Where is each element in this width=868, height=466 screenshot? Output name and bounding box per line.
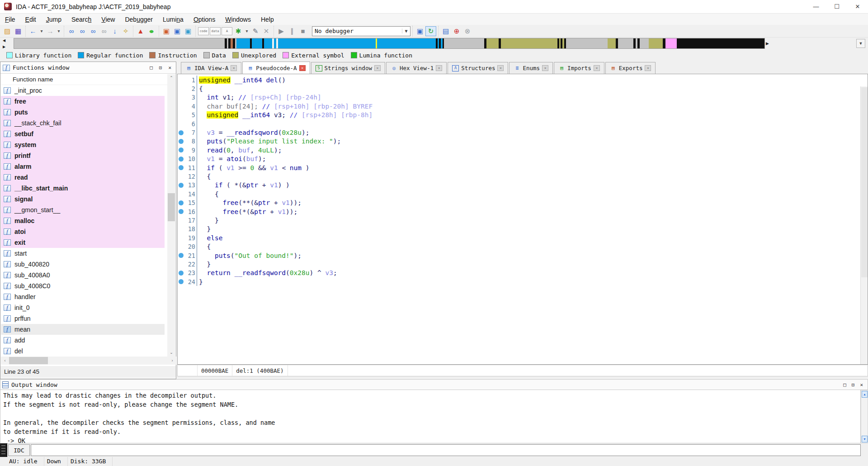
breakpoint-gutter[interactable] <box>178 200 184 205</box>
functions-window-titlebar[interactable]: f Functions window □ ⊡ ✕ <box>0 62 176 74</box>
breakpoint-gutter[interactable] <box>178 253 184 258</box>
forward-dropdown-icon[interactable]: ▾ <box>56 26 62 36</box>
output-scroll-up-icon[interactable]: ▲ <box>862 391 868 398</box>
pseudocode-line-12[interactable]: 12 { <box>178 172 851 181</box>
function-row-sub_4008C0[interactable]: fsub_4008C0 <box>1 281 165 291</box>
function-row-_init_proc[interactable]: f_init_proc <box>1 85 165 96</box>
menu-item-windows[interactable]: Windows <box>220 14 256 24</box>
breakpoint-gutter[interactable] <box>178 130 184 135</box>
tab-close-icon[interactable]: ✕ <box>374 65 381 71</box>
function-dropdown-icon[interactable]: ▾ <box>244 26 250 36</box>
scroll-up-icon[interactable]: ⌃ <box>167 74 175 82</box>
menu-item-edit[interactable]: Edit <box>20 14 41 24</box>
menu-item-debugger[interactable]: Debugger <box>120 14 158 24</box>
function-row-sub_4008A0[interactable]: fsub_4008A0 <box>1 270 165 281</box>
function-row-__stack_chk_fail[interactable]: f__stack_chk_fail <box>1 118 165 128</box>
window-hex-icon[interactable]: ▣ <box>172 26 183 36</box>
pseudocode-line-19[interactable]: 19 else <box>178 233 851 242</box>
pseudocode-line-6[interactable]: 6 <box>178 119 851 128</box>
pseudocode-line-17[interactable]: 17 } <box>178 216 851 224</box>
function-row-del[interactable]: fdel <box>1 346 165 357</box>
function-row-mean[interactable]: fmean <box>1 324 165 335</box>
make-data-icon[interactable]: data <box>210 27 221 35</box>
breakpoint-icon[interactable] <box>179 165 184 170</box>
make-name-icon[interactable]: A <box>222 27 232 35</box>
navigate-forward-icon[interactable]: → <box>45 26 56 36</box>
navband-end-arrow-icon[interactable]: ▶ <box>766 41 769 46</box>
pseudocode-line-1[interactable]: 1unsigned __int64 del() <box>178 76 851 84</box>
ida-app-icon[interactable] <box>4 3 12 10</box>
tab-exports[interactable]: ▤Exports✕ <box>605 62 656 74</box>
functions-maximize-icon[interactable]: □ <box>150 65 153 71</box>
navband-options-dropdown[interactable]: ▼ <box>856 39 865 48</box>
debug-pause-icon[interactable]: ∥ <box>287 26 297 36</box>
breakpoint-icon[interactable] <box>179 157 184 162</box>
tab-close-icon[interactable]: ✕ <box>542 65 548 71</box>
window-disasm-icon[interactable]: ▣ <box>161 26 172 36</box>
tab-close-icon[interactable]: ✕ <box>497 65 504 71</box>
function-row-signal[interactable]: fsignal <box>1 194 165 204</box>
function-row-start[interactable]: fstart <box>1 248 165 259</box>
search-icon[interactable]: ✧ <box>120 26 131 36</box>
pseudocode-vertical-scrollbar[interactable]: ▼ <box>860 86 868 365</box>
breakpoint-gutter[interactable] <box>178 183 184 188</box>
debug-stop-icon[interactable]: ■ <box>297 26 308 36</box>
output-maximize-icon[interactable]: □ <box>843 382 846 388</box>
pseudocode-line-16[interactable]: 16 free(*(&ptr + v1)); <box>178 207 851 216</box>
breakpoint-icon[interactable] <box>179 130 184 135</box>
pseudocode-line-20[interactable]: 20 { <box>178 242 851 251</box>
breakpoint-icon[interactable] <box>179 209 184 214</box>
breakpoint-icon[interactable] <box>179 147 184 152</box>
function-row-free[interactable]: ffree <box>1 96 165 107</box>
function-row-read[interactable]: fread <box>1 172 165 183</box>
idc-command-input[interactable] <box>31 444 861 456</box>
tab-enums[interactable]: ≣Enums✕ <box>509 62 553 74</box>
breakpoint-gutter[interactable] <box>178 271 184 276</box>
breakpoint-icon[interactable] <box>179 183 184 188</box>
tab-hex-view-1[interactable]: ◎Hex View-1✕ <box>386 62 447 74</box>
scroll-left-icon[interactable]: ‹ <box>1 357 9 365</box>
breakpoint-gutter[interactable] <box>178 279 184 284</box>
continue-process-icon[interactable]: ↻ <box>425 26 436 36</box>
output-vertical-scrollbar[interactable]: ▲ ▼ <box>861 390 868 443</box>
menu-item-lumina[interactable]: Lumina <box>158 14 189 24</box>
function-row-init_0[interactable]: finit_0 <box>1 302 165 313</box>
menu-item-view[interactable]: View <box>96 14 120 24</box>
menu-item-file[interactable]: File <box>0 14 20 24</box>
function-name-column-header[interactable]: Function name <box>1 74 167 85</box>
navband-left-icon[interactable]: ◀ <box>3 38 10 43</box>
pseudocode-line-23[interactable]: 23 return __readfsqword(0x28u) ^ v3; <box>178 269 851 277</box>
pseudocode-line-5[interactable]: 5 unsigned __int64 v3; // [rsp+28h] [rbp… <box>178 111 851 119</box>
pseudocode-line-18[interactable]: 18 } <box>178 225 851 233</box>
functions-vscroll-thumb[interactable] <box>168 193 175 221</box>
output-scroll-down-icon[interactable]: ▼ <box>862 436 868 442</box>
save-icon[interactable]: ▦ <box>13 26 24 36</box>
navband-right-icon[interactable]: ▶ <box>3 45 10 49</box>
functions-close-icon[interactable]: ✕ <box>168 65 171 71</box>
tab-close-icon[interactable]: ✕ <box>299 65 306 71</box>
open-file-icon[interactable]: ▨ <box>2 26 13 36</box>
functions-vertical-scrollbar[interactable]: ⌃ ⌄ <box>167 74 175 357</box>
tab-structures[interactable]: AStructures✕ <box>448 62 508 74</box>
search-text-icon[interactable]: ∞ <box>77 26 88 36</box>
tab-close-icon[interactable]: ✕ <box>436 65 442 71</box>
breakpoint-icon[interactable] <box>179 139 184 144</box>
idc-language-button[interactable]: IDC <box>8 444 30 456</box>
pseudocode-line-4[interactable]: 4 char buf[24]; // [rsp+10h] [rbp-20h] B… <box>178 102 851 110</box>
edit-function-icon[interactable]: ✎ <box>250 26 261 36</box>
lumina-pull-icon[interactable]: ● <box>144 26 159 36</box>
function-row-setbuf[interactable]: fsetbuf <box>1 128 165 139</box>
breakpoint-gutter[interactable] <box>178 209 184 214</box>
functions-float-icon[interactable]: ⊡ <box>159 65 162 71</box>
debugger-options-icon[interactable]: ▣ <box>415 26 425 36</box>
output-close-icon[interactable]: ✕ <box>860 382 863 388</box>
add-breakpoint-icon[interactable]: ⊕ <box>451 26 462 36</box>
debug-start-icon[interactable]: ▶ <box>276 26 287 36</box>
navband-scroll-arrows[interactable]: ◀▶ <box>3 38 10 49</box>
make-code-icon[interactable]: code <box>198 27 209 35</box>
tab-close-icon[interactable]: ✕ <box>594 65 600 71</box>
pseudocode-line-22[interactable]: 22 } <box>178 260 851 268</box>
breakpoint-icon[interactable] <box>179 271 184 276</box>
close-button[interactable]: ✕ <box>847 0 868 14</box>
pseudocode-line-15[interactable]: 15 free(**(&ptr + v1)); <box>178 198 851 207</box>
